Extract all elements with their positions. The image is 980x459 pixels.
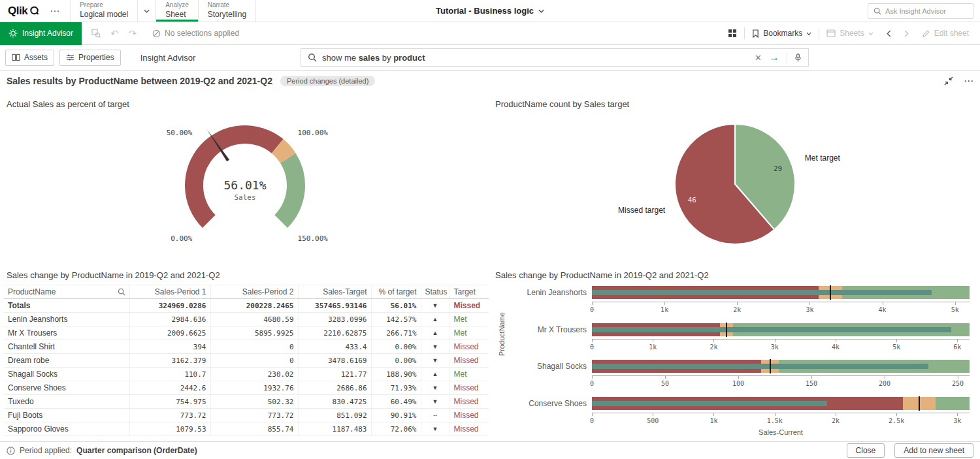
step-forward-icon[interactable]: ↷ — [123, 28, 142, 39]
assets-panel-button[interactable]: Assets — [5, 50, 54, 66]
search-actions: ✕ → — [755, 52, 802, 63]
bullet-bar[interactable] — [592, 397, 970, 410]
panel-title: Insight Advisor — [140, 53, 196, 63]
clear-query-icon[interactable]: ✕ — [755, 53, 762, 63]
axis-tick-label: 6k — [953, 343, 961, 351]
column-header[interactable]: Sales-Target — [298, 285, 371, 299]
table-row[interactable]: Mr X Trousers2009.66255895.99252210.6287… — [4, 326, 489, 340]
column-header[interactable]: ProductName — [4, 285, 129, 299]
cell: Totals — [4, 299, 129, 313]
cell: Met — [449, 313, 489, 326]
qlik-logo[interactable]: Qlik — [0, 0, 43, 22]
period-changes-badge[interactable]: Period changes (detailed) — [280, 76, 375, 86]
column-header[interactable]: Status — [421, 285, 449, 299]
axis-tick-label: 5k — [951, 306, 959, 313]
properties-panel-button[interactable]: Properties — [59, 50, 121, 66]
insight-search-box[interactable]: show me sales by product ✕ → — [301, 48, 809, 67]
bullet-bar[interactable] — [592, 286, 970, 299]
column-header[interactable]: Target — [449, 285, 489, 299]
axis-tick-label: 150 — [806, 380, 817, 387]
cell: 60.49% — [371, 395, 421, 409]
sheets-label: Sheets — [840, 29, 864, 38]
chevron-down-icon — [806, 32, 811, 35]
nav-narrate[interactable]: Narrate Storytelling — [198, 0, 256, 22]
axis-tick-label: 0 — [590, 380, 594, 387]
grid-icon — [728, 29, 737, 38]
search-query[interactable]: show me sales by product — [322, 53, 749, 63]
global-menu-button[interactable]: ⋯ — [43, 0, 66, 22]
column-header[interactable]: % of target — [371, 285, 421, 299]
axis-tick-label: 4k — [879, 306, 887, 313]
axis-tick-label: 2k — [733, 306, 741, 313]
cell: 502.32 — [210, 395, 298, 409]
axis-tick-label: 2.5k — [889, 417, 904, 424]
table-row[interactable]: Conserve Shoes2442.61932.762686.8671.93%… — [4, 381, 489, 395]
cell: Met — [449, 368, 489, 381]
table-row[interactable]: Sapporoo Gloves1079.53855.741187.48372.0… — [4, 422, 489, 436]
app-title-menu[interactable]: Tutorial - Business logic — [436, 0, 544, 22]
axis-tick-label: 2k — [832, 417, 840, 424]
bullet-chart-title: Sales change by ProductName in 2019-Q2 a… — [495, 270, 709, 280]
insight-advisor-button[interactable]: Insight Advisor — [0, 22, 82, 45]
table-row[interactable]: Shagall Socks110.7230.02121.77188.90%▲Me… — [4, 368, 489, 381]
axis-tick-label: 0 — [590, 306, 594, 313]
app-objects-button[interactable] — [722, 29, 743, 38]
collapse-icon[interactable] — [944, 76, 953, 86]
table-row[interactable]: Tuxedo754.975502.32830.472560.49%▼Missed — [4, 395, 489, 409]
cell: 2210.62875 — [298, 326, 371, 340]
sheets-button[interactable]: Sheets — [821, 29, 879, 38]
axis-tick-label: 5k — [892, 343, 900, 351]
prepare-dropdown-chevron[interactable] — [137, 0, 155, 22]
nav-prepare[interactable]: Prepare Logical model — [70, 0, 137, 22]
results-overflow-menu[interactable]: ⋯ — [964, 75, 973, 87]
cell: 110.7 — [129, 368, 210, 381]
measure-bar — [592, 327, 951, 332]
no-selections-text: No selections applied — [165, 29, 239, 38]
pie-chart[interactable]: 29Met target46Missed target — [490, 112, 980, 269]
submit-query-icon[interactable]: → — [769, 52, 779, 63]
gauge-chart[interactable]: 0.00%50.00%100.00%150.00%56.01%Sales — [0, 112, 490, 269]
column-header[interactable]: Sales-Period 2 — [210, 285, 298, 299]
ask-insight-advisor-input[interactable]: Ask Insight Advisor — [868, 3, 973, 19]
axis-tick-label: 500 — [647, 417, 659, 424]
no-selections-icon — [152, 29, 161, 38]
bullet-chart[interactable]: ProductName Sales-Current Lenin Jeanshor… — [490, 281, 980, 441]
cell: Missed — [449, 299, 489, 313]
cell: 0.00% — [371, 340, 421, 354]
close-button[interactable]: Close — [847, 443, 885, 458]
qlik-logo-text: Qlik — [8, 5, 27, 18]
add-to-new-sheet-button[interactable]: Add to new sheet — [894, 443, 973, 458]
nav-analyze[interactable]: Analyze Sheet — [155, 0, 198, 22]
target-marker — [770, 359, 771, 373]
table-row[interactable]: Dream robe3162.37903478.61690.00%▼Missed — [4, 354, 489, 368]
axis-tick-label: 1k — [649, 343, 657, 351]
table-row[interactable]: Chantell Shirt3940433.40.00%▼Missed — [4, 340, 489, 354]
table-row[interactable]: Lenin Jeanshorts2984.6364680.593283.0996… — [4, 313, 489, 326]
cell: Conserve Shoes — [4, 381, 129, 395]
step-back-icon[interactable]: ↶ — [105, 28, 123, 39]
divider — [744, 27, 745, 39]
status-trend-icon: ▲ — [421, 313, 449, 326]
cell: 4680.59 — [210, 313, 298, 326]
edit-sheet-button[interactable]: Edit sheet — [916, 29, 975, 38]
bookmarks-button[interactable]: Bookmarks — [746, 29, 817, 38]
axis-tick-label: 0 — [590, 343, 594, 351]
column-header[interactable]: Sales-Period 1 — [129, 285, 210, 299]
top-bar: Qlik ⋯ Prepare Logical model Analyze She… — [0, 0, 980, 22]
assets-icon — [12, 54, 20, 61]
bullet-axis: 050100150200250 — [592, 375, 970, 387]
totals-row[interactable]: Totals324969.0286200228.2465357465.93146… — [4, 299, 489, 313]
bullet-bar[interactable] — [592, 360, 970, 373]
previous-sheet-button[interactable] — [881, 30, 897, 37]
microphone-icon[interactable] — [794, 53, 802, 63]
axis-tick-label: 3k — [953, 417, 961, 424]
column-search-icon[interactable] — [118, 288, 125, 296]
cell: 1079.53 — [129, 422, 210, 436]
period-applied-value: Quarter comparison (OrderDate) — [76, 446, 197, 455]
selections-tool-icon[interactable] — [87, 29, 105, 38]
bullet-bar[interactable] — [592, 323, 970, 336]
table-row[interactable]: Fuji Boots773.72773.72851.09290.91%--Mis… — [4, 409, 489, 422]
next-sheet-button[interactable] — [898, 30, 915, 37]
results-table[interactable]: ProductNameSales-Period 1Sales-Period 2S… — [4, 285, 490, 441]
column-header-label: ProductName — [8, 287, 56, 296]
